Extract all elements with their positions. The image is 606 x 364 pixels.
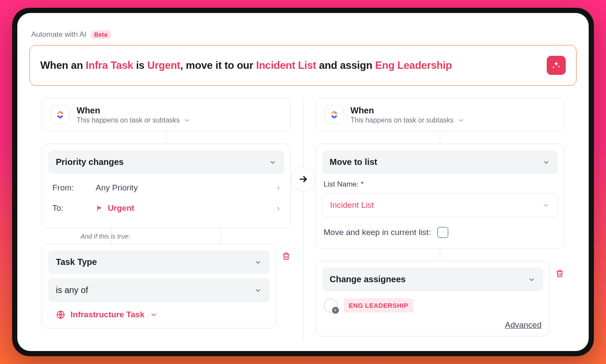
assignee-pill[interactable]: ENG LEADERSHIP (344, 298, 414, 312)
chevron-right-icon: › (277, 183, 280, 193)
chevron-down-icon (183, 116, 191, 124)
chevron-down-icon (542, 201, 550, 209)
and-if-label: And if this is true: (81, 232, 130, 240)
condition-operator-select[interactable]: is any of (48, 278, 270, 302)
page-header: Automate with AI Beta (29, 30, 577, 39)
flag-icon (96, 204, 103, 212)
action-select[interactable]: Move to list (322, 150, 558, 174)
trigger-block: Priority changes From: Any Priority › To… (42, 144, 291, 228)
when-trigger-card[interactable]: When This happens on task or subtasks (42, 98, 291, 132)
beta-badge: Beta (91, 30, 111, 39)
clickup-logo-icon (325, 105, 344, 124)
condition-block: Task Type is any of Infrastructure Task (42, 244, 276, 329)
when-subtitle: This happens on task or subtasks (77, 116, 191, 124)
trigger-select[interactable]: Priority changes (48, 150, 284, 174)
move-to-list-block: Move to list List Name: * Incident List … (316, 144, 565, 249)
chevron-down-icon (254, 287, 262, 294)
trigger-column: When This happens on task or subtasks Pr… (29, 98, 303, 340)
ai-prompt-box[interactable]: When an Infra Task is Urgent, move it to… (29, 45, 577, 86)
condition-field-select[interactable]: Task Type (48, 250, 270, 274)
chevron-down-icon (528, 276, 535, 283)
condition-value-row[interactable]: Infrastructure Task (48, 302, 270, 322)
trash-icon (555, 269, 564, 278)
action-select[interactable]: Change assignees (322, 267, 544, 291)
chevron-down-icon (269, 158, 277, 166)
delete-action-button[interactable] (555, 269, 564, 278)
add-assignee-button[interactable] (324, 299, 338, 312)
globe-icon (56, 310, 65, 319)
keep-in-list-checkbox[interactable] (437, 227, 448, 238)
keep-in-list-row: Move and keep in current list: (322, 217, 558, 242)
trigger-to-row[interactable]: To: Urgent › (48, 201, 284, 222)
advanced-link[interactable]: Advanced (505, 320, 542, 330)
arrow-right-icon (291, 167, 315, 191)
clickup-logo-icon (51, 105, 70, 124)
ai-prompt-text: When an Infra Task is Urgent, move it to… (40, 59, 452, 71)
list-name-select[interactable]: Incident List (322, 193, 558, 217)
trash-icon (281, 251, 291, 261)
change-assignees-block: Change assignees ENG LEADERSHIP Advanced (316, 261, 550, 336)
ai-generate-button[interactable] (547, 56, 566, 75)
chevron-down-icon (254, 258, 262, 266)
when-title: When (77, 106, 191, 116)
list-name-label: List Name: * (322, 174, 558, 193)
action-column: When This happens on task or subtasks Mo… (303, 98, 577, 340)
chevron-down-icon (457, 116, 465, 124)
chevron-right-icon: › (277, 203, 280, 213)
header-title: Automate with AI (31, 30, 87, 39)
chevron-down-icon (150, 311, 158, 319)
delete-condition-button[interactable] (281, 251, 291, 261)
trigger-from-row[interactable]: From: Any Priority › (48, 174, 284, 201)
when-subtitle: This happens on task or subtasks (351, 116, 465, 124)
chevron-down-icon (542, 158, 550, 166)
when-title: When (351, 106, 465, 116)
sparkle-icon (551, 61, 561, 70)
when-action-card[interactable]: When This happens on task or subtasks (316, 98, 565, 132)
